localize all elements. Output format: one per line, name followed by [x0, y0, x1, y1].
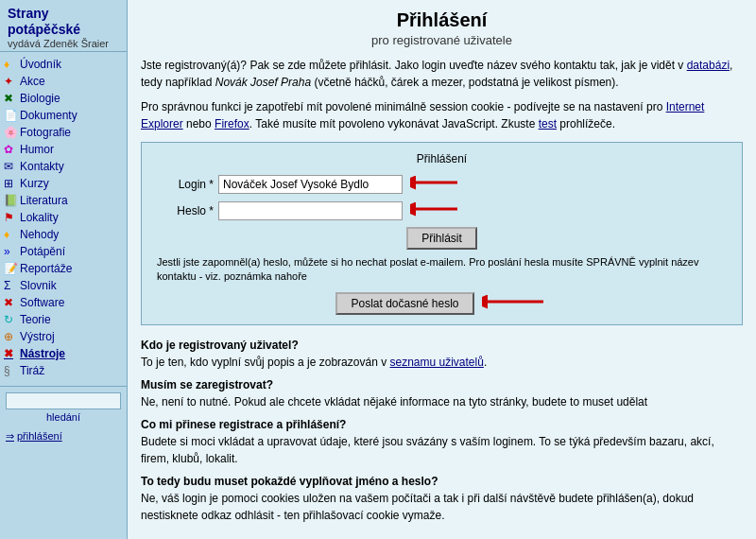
- sidebar-item-vystroj[interactable]: ⊕ Výstroj: [0, 328, 127, 345]
- faq-item-0: Kdo je registrovaný uživatel? To je ten,…: [141, 339, 743, 371]
- password-note: Jestli jste zapomněl(a) heslo, můžete si…: [157, 255, 727, 285]
- sidebar-nav: ♦ Úvodník ✦ Akce ✖ Biologie 📄 Dokumenty: [0, 52, 127, 383]
- intro-para2: Pro správnou funkci je zapotřebí mít pov…: [141, 98, 743, 132]
- intro-para1: Jste registrovaný(á)? Pak se zde můžete …: [141, 57, 743, 91]
- arrow-svg: [410, 173, 462, 192]
- sidebar-item-kontakty[interactable]: ✉ Kontakty: [0, 158, 127, 175]
- faq-q1: Musím se zaregistrovat?: [141, 378, 743, 391]
- faq-a3: Ne, váš login je pomoci cookies uložen n…: [141, 490, 743, 524]
- sidebar-item-potapeni[interactable]: » Potápění: [0, 243, 127, 260]
- password-arrow: [410, 200, 462, 221]
- faq-q0: Kdo je registrovaný uživatel?: [141, 339, 743, 352]
- login-box-title: Přihlášení: [157, 152, 727, 165]
- faq-item-2: Co mi přinese registrace a přihlášení? B…: [141, 418, 743, 467]
- sidebar-bottom: ⇒ přihlášení: [0, 425, 127, 448]
- neh-icon: ♦: [4, 228, 17, 241]
- vystr-icon: ⊕: [4, 330, 17, 343]
- slov-icon: Σ: [4, 279, 17, 292]
- soft-icon: ✖: [4, 296, 17, 309]
- doc-icon: 📄: [4, 109, 17, 122]
- faq-section: Kdo je registrovaný uživatel? To je ten,…: [141, 339, 743, 524]
- send-password-row: Poslat dočasné heslo: [157, 292, 727, 315]
- faq-q3: To tedy budu muset pokaždé vyplňovat jmé…: [141, 475, 743, 488]
- password-arrow-svg: [410, 200, 462, 218]
- login-box: Přihlášení Login *: [141, 142, 743, 325]
- page-title: Přihlášení: [141, 9, 743, 31]
- user-list-link[interactable]: seznamu uživatelů: [389, 356, 483, 369]
- test-link[interactable]: test: [539, 117, 557, 130]
- send-arrow-svg: [482, 292, 548, 311]
- search-input[interactable]: [6, 392, 121, 409]
- site-subtitle: vydává Zdeněk Šraier: [8, 38, 119, 49]
- faq-item-3: To tedy budu muset pokaždé vyplňovat jmé…: [141, 475, 743, 524]
- faq-q2: Co mi přinese registrace a přihlášení?: [141, 418, 743, 431]
- password-field-wrapper: [218, 200, 462, 221]
- sidebar-item-tiraz[interactable]: § Tiráž: [0, 362, 127, 379]
- site-title: Strany potápěčské: [8, 6, 119, 38]
- kontakt-icon: ✉: [4, 160, 17, 173]
- lit-icon: 📗: [4, 194, 17, 207]
- search-link[interactable]: hledání: [6, 411, 121, 423]
- faq-a2: Budete si moci vkládat a upravovat údaje…: [141, 433, 743, 467]
- sidebar: Strany potápěčské vydává Zdeněk Šraier ♦…: [0, 0, 128, 539]
- bio-icon: ✖: [4, 92, 17, 105]
- faq-a1: Ne, není to nutné. Pokud ale chcete vklá…: [141, 393, 743, 410]
- sidebar-item-humor[interactable]: ✿ Humor: [0, 141, 127, 158]
- login-field-wrapper: [218, 173, 462, 195]
- login-label: Login *: [157, 178, 218, 191]
- sidebar-item-slovnik[interactable]: Σ Slovnik: [0, 277, 127, 294]
- sidebar-item-akce[interactable]: ✦ Akce: [0, 73, 127, 90]
- password-input[interactable]: [218, 201, 403, 220]
- search-section: hledání: [6, 392, 121, 423]
- tiraz-icon: §: [4, 364, 17, 377]
- login-row: Login *: [157, 173, 727, 195]
- sidebar-item-software[interactable]: ✖ Software: [0, 294, 127, 311]
- login-arrow: [410, 173, 462, 195]
- photo-icon: 🌸: [4, 126, 17, 139]
- sidebar-item-lokality[interactable]: ⚑ Lokality: [0, 209, 127, 226]
- password-label: Heslo *: [157, 204, 218, 217]
- faq-item-1: Musím se zaregistrovat? Ne, není to nutn…: [141, 378, 743, 410]
- login-sidebar-link[interactable]: ⇒ přihlášení: [6, 430, 121, 443]
- sidebar-item-biologie[interactable]: ✖ Biologie: [0, 90, 127, 107]
- kurzy-icon: ⊞: [4, 177, 17, 190]
- ff-link[interactable]: Firefox: [215, 117, 249, 130]
- humor-icon: ✿: [4, 143, 17, 156]
- main-content: Přihlášení pro registrované uživatele Js…: [128, 0, 756, 539]
- sidebar-item-nehody[interactable]: ♦ Nehody: [0, 226, 127, 243]
- nastr-icon: ✖: [4, 347, 17, 360]
- sidebar-item-uvod[interactable]: ♦ Úvodník: [0, 56, 127, 73]
- login-section: Přihlášení Login *: [141, 142, 743, 325]
- lok-icon: ⚑: [4, 211, 17, 224]
- pot-icon: »: [4, 245, 17, 258]
- submit-row: Přihlásit: [157, 227, 727, 250]
- sidebar-header: Strany potápěčské vydává Zdeněk Šraier: [0, 0, 127, 52]
- sidebar-item-literatura[interactable]: 📗 Literatura: [0, 192, 127, 209]
- sidebar-item-dokumenty[interactable]: 📄 Dokumenty: [0, 107, 127, 124]
- sidebar-item-nastroje[interactable]: ✖ Nástroje: [0, 345, 127, 362]
- login-input[interactable]: [218, 175, 403, 194]
- sidebar-item-teorie[interactable]: ↻ Teorie: [0, 311, 127, 328]
- teorie-icon: ↻: [4, 313, 17, 326]
- page-subtitle: pro registrované uživatele: [141, 33, 743, 47]
- arrow-right-icon: ⇒: [6, 430, 14, 443]
- sidebar-item-kurzy[interactable]: ⊞ Kurzy: [0, 175, 127, 192]
- send-password-arrow: [482, 292, 548, 314]
- rep-icon: 📝: [4, 262, 17, 275]
- action-icon: ✦: [4, 75, 17, 88]
- faq-a0: To je ten, kdo vyplní svůj popis a je zo…: [141, 354, 743, 371]
- sidebar-item-fotografie[interactable]: 🌸 Fotografie: [0, 124, 127, 141]
- home-icon: ♦: [4, 58, 17, 71]
- sidebar-item-reportaze[interactable]: 📝 Reportáže: [0, 260, 127, 277]
- db-link[interactable]: databázi: [687, 59, 730, 72]
- send-password-button[interactable]: Poslat dočasné heslo: [335, 292, 473, 315]
- login-button[interactable]: Přihlásit: [406, 227, 477, 250]
- password-row: Heslo *: [157, 200, 727, 221]
